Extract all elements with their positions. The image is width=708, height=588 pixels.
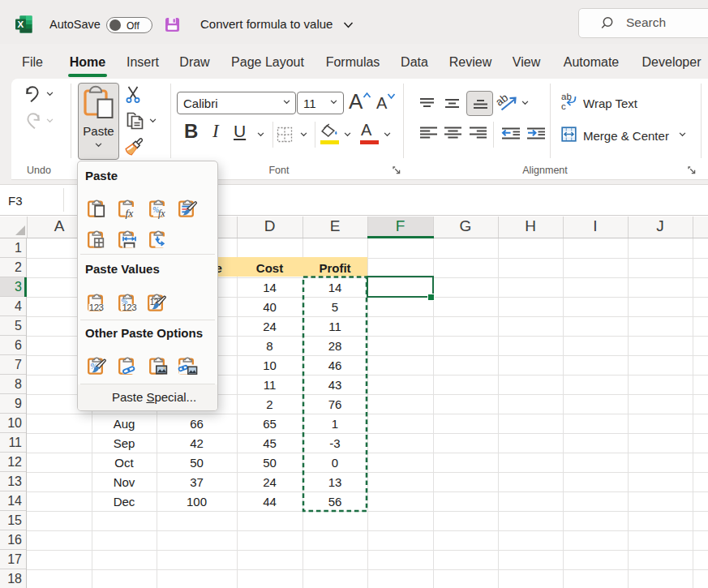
svg-text:c: c (561, 101, 566, 111)
svg-text:fx: fx (158, 208, 165, 219)
svg-text:X: X (18, 19, 24, 29)
svg-text:123: 123 (89, 303, 104, 312)
svg-text:123: 123 (122, 303, 136, 312)
svg-text:fx: fx (126, 207, 134, 219)
